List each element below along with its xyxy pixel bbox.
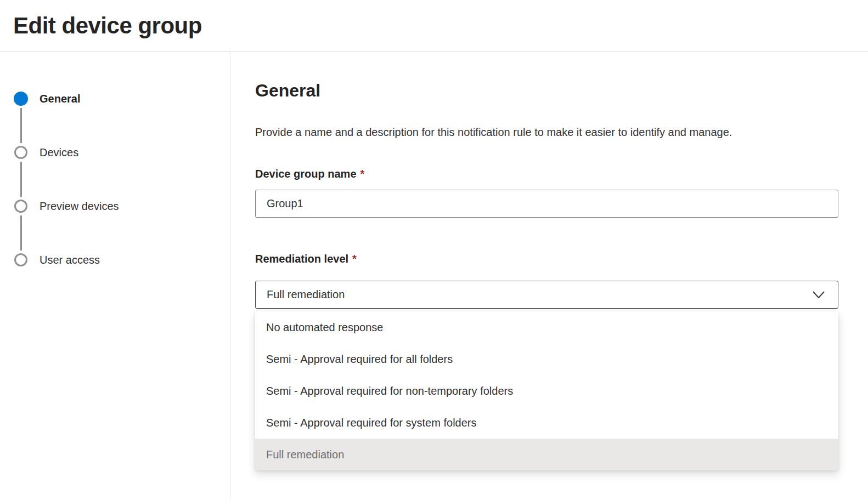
remediation-level-dropdown: No automated response Semi - Approval re… <box>255 311 838 470</box>
page-title: Edit device group <box>13 13 202 39</box>
stepper-step-devices[interactable]: Devices <box>14 145 230 160</box>
stepper-connector <box>20 108 22 143</box>
step-label: General <box>40 93 80 105</box>
step-label: Devices <box>40 146 78 159</box>
step-circle-icon <box>14 253 28 266</box>
dropdown-option-semi-system-folders[interactable]: Semi - Approval required for system fold… <box>255 407 838 439</box>
step-label: User access <box>40 254 100 266</box>
remediation-level-label: Remediation level* <box>255 253 838 266</box>
required-asterisk: * <box>352 253 357 265</box>
stepper-connector <box>20 215 22 251</box>
general-step-panel: General Provide a name and a description… <box>230 52 868 500</box>
section-description: Provide a name and a description for thi… <box>255 125 838 139</box>
step-active-dot-icon <box>14 92 28 106</box>
step-circle-icon <box>14 200 28 213</box>
stepper-step-user-access[interactable]: User access <box>14 253 230 267</box>
step-circle-icon <box>14 146 28 159</box>
dropdown-option-full-remediation[interactable]: Full remediation <box>255 439 838 470</box>
dialog-header: Edit device group <box>0 0 868 52</box>
wizard-stepper: General Devices Preview devices User acc… <box>0 52 230 500</box>
device-group-name-input[interactable] <box>255 190 838 218</box>
dialog-body: General Devices Preview devices User acc… <box>0 52 868 500</box>
step-label: Preview devices <box>40 200 119 213</box>
device-group-name-label: Device group name* <box>255 168 838 181</box>
dropdown-option-semi-non-temporary-folders[interactable]: Semi - Approval required for non-tempora… <box>255 375 838 407</box>
stepper-step-preview-devices[interactable]: Preview devices <box>14 199 230 213</box>
dropdown-option-no-automated-response[interactable]: No automated response <box>255 311 838 343</box>
remediation-level-select[interactable]: Full remediation <box>255 281 838 309</box>
required-asterisk: * <box>360 168 365 180</box>
dropdown-option-semi-all-folders[interactable]: Semi - Approval required for all folders <box>255 343 838 375</box>
stepper-connector <box>20 162 22 197</box>
selected-value: Full remediation <box>267 288 345 301</box>
stepper-step-general[interactable]: General <box>14 92 230 106</box>
chevron-down-icon <box>813 291 825 299</box>
section-title: General <box>255 80 838 101</box>
